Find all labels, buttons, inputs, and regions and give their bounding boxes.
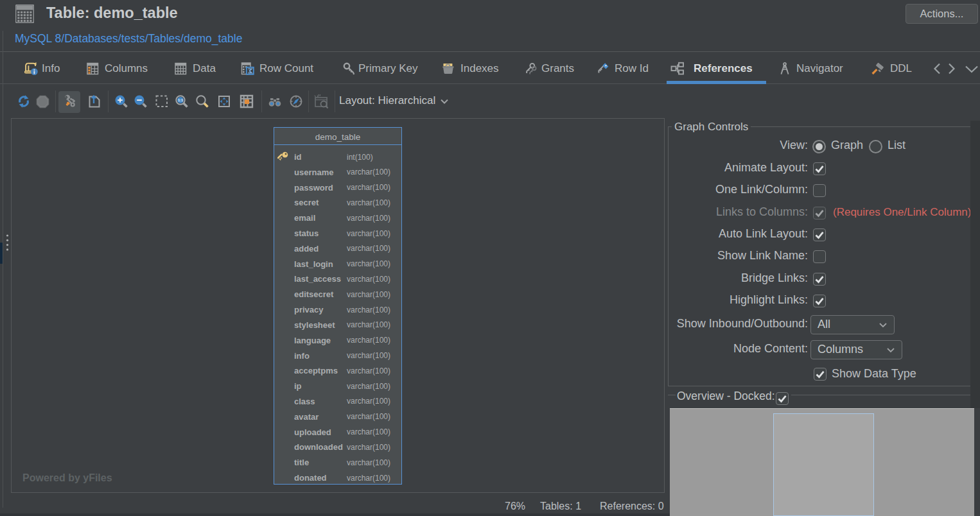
- svg-text:1:1: 1:1: [178, 98, 183, 102]
